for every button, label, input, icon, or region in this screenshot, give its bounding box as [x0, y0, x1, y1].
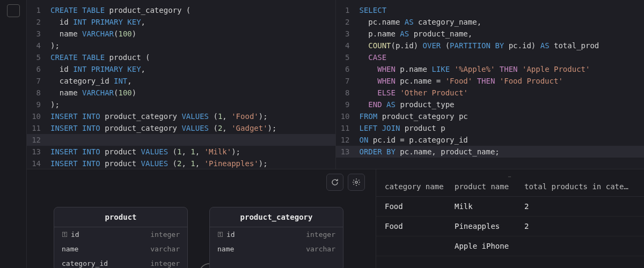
code-line[interactable]: 14INSERT INTO product VALUES (2, 1, 'Pin… — [27, 158, 335, 169]
code-content: id INT PRIMARY KEY, — [50, 16, 145, 28]
code-content: FROM product_category pc — [360, 110, 468, 122]
code-line[interactable]: 9 END AS product_type — [336, 99, 645, 110]
code-content: ORDER BY pc.name, product_name; — [360, 146, 500, 158]
column-name: category_id — [62, 259, 108, 267]
code-content: name VARCHAR(100) — [50, 87, 136, 99]
results-column-header[interactable]: product_name — [455, 182, 524, 191]
column-name: id — [226, 230, 235, 239]
line-number: 8 — [31, 87, 50, 99]
code-content: END AS product_type — [360, 99, 455, 110]
code-content: WHEN p.name LIKE '%Apple%' THEN 'Apple P… — [360, 63, 590, 75]
code-content: LEFT JOIN product p — [360, 122, 445, 134]
code-line[interactable]: 5CREATE TABLE product ( — [27, 51, 335, 63]
code-line[interactable]: 3 name VARCHAR(100) — [27, 28, 335, 40]
code-line[interactable]: 1SELECT — [336, 4, 645, 16]
schema-column[interactable]: namevarchar — [210, 242, 343, 256]
relation-connector — [191, 260, 209, 268]
line-number: 7 — [340, 75, 360, 87]
column-type: integer — [150, 230, 180, 239]
code-line[interactable]: 3 p.name AS product_name, — [336, 28, 645, 40]
settings-button[interactable] — [348, 174, 365, 191]
activity-bar — [0, 0, 27, 268]
line-number: 8 — [340, 87, 360, 99]
code-line[interactable]: 11INSERT INTO product_category VALUES (2… — [27, 122, 335, 134]
code-content: WHEN pc.name = 'Food' THEN 'Food Product… — [360, 75, 563, 87]
code-line[interactable]: 8 ELSE 'Other Product' — [336, 87, 645, 99]
results-cell — [385, 242, 455, 250]
activity-icon[interactable] — [7, 4, 20, 17]
schema-card-product-category[interactable]: product_category ⚿idintegernamevarchar — [209, 207, 343, 268]
code-line[interactable]: 6 WHEN p.name LIKE '%Apple%' THEN 'Apple… — [336, 63, 645, 75]
schema-column[interactable]: namevarchar — [54, 242, 187, 256]
line-number: 6 — [31, 63, 50, 75]
line-number: 9 — [340, 99, 360, 110]
results-cell: Pineapples — [455, 222, 524, 230]
code-line[interactable]: 5 CASE — [336, 51, 645, 63]
line-number: 5 — [31, 51, 50, 63]
results-cell: Apple iPhone — [455, 242, 524, 250]
code-line[interactable]: 6 id INT PRIMARY KEY, — [27, 63, 335, 75]
line-number: 2 — [31, 16, 50, 28]
code-content: id INT PRIMARY KEY, — [50, 63, 145, 75]
column-name: name — [217, 245, 234, 253]
refresh-button[interactable] — [326, 174, 343, 191]
column-type: varchar — [306, 245, 335, 253]
line-number: 5 — [340, 51, 360, 63]
code-line[interactable]: 13ORDER BY pc.name, product_name; — [336, 146, 645, 158]
code-content: ON pc.id = p.category_id — [360, 134, 468, 146]
code-line[interactable]: 9); — [27, 99, 335, 110]
schema-card-product[interactable]: product ⚿idintegernamevarcharcategory_id… — [54, 207, 188, 268]
schema-column[interactable]: category_idinteger — [54, 256, 187, 268]
column-name: name — [62, 245, 78, 253]
code-content: SELECT — [360, 4, 387, 16]
code-line[interactable]: 2 id INT PRIMARY KEY, — [27, 16, 335, 28]
bottom-panel: product ⚿idintegernamevarcharcategory_id… — [27, 169, 644, 268]
code-line[interactable]: 11LEFT JOIN product p — [336, 122, 645, 134]
main-area: 1CREATE TABLE product_category (2 id INT… — [27, 0, 644, 268]
code-line[interactable]: 2 pc.name AS category_name, — [336, 16, 645, 28]
results-cell: Food — [385, 222, 455, 230]
code-line[interactable]: 13INSERT INTO product VALUES (1, 1, 'Mil… — [27, 146, 335, 158]
code-content: name VARCHAR(100) — [50, 28, 136, 40]
results-column-header[interactable]: category_name — [385, 182, 455, 191]
line-number: 11 — [31, 122, 50, 134]
code-line[interactable]: 8 name VARCHAR(100) — [27, 87, 335, 99]
line-number: 13 — [340, 146, 360, 158]
editors-split: 1CREATE TABLE product_category (2 id INT… — [27, 0, 644, 169]
line-number: 1 — [340, 4, 360, 16]
code-line[interactable]: 10INSERT INTO product_category VALUES (1… — [27, 110, 335, 122]
results-panel: ⋯ category_nameproduct_nametotal_product… — [376, 169, 644, 268]
schema-column[interactable]: ⚿idinteger — [210, 227, 343, 242]
key-icon: ⚿ — [217, 231, 223, 238]
code-content: CASE — [360, 51, 387, 63]
results-header-row: category_nameproduct_nametotal_products_… — [376, 177, 644, 197]
schema-cards: product ⚿idintegernamevarcharcategory_id… — [32, 207, 370, 268]
code-line[interactable]: 7 WHEN pc.name = 'Food' THEN 'Food Produ… — [336, 75, 645, 87]
line-number: 11 — [340, 122, 360, 134]
code-line[interactable]: 10FROM product_category pc — [336, 110, 645, 122]
results-row[interactable]: FoodMilk2 — [376, 197, 644, 217]
line-number: 7 — [31, 75, 50, 87]
code-content: INSERT INTO product VALUES (1, 1, 'Milk'… — [50, 146, 240, 158]
results-row[interactable]: FoodPineapples2 — [376, 217, 644, 236]
editor-schema[interactable]: 1CREATE TABLE product_category (2 id INT… — [27, 0, 336, 169]
line-number: 13 — [31, 146, 50, 158]
results-column-header[interactable]: total_products_in_category — [524, 182, 635, 191]
code-line[interactable]: 7 category_id INT, — [27, 75, 335, 87]
code-line[interactable]: 1CREATE TABLE product_category ( — [27, 4, 335, 16]
column-type: integer — [150, 259, 180, 267]
results-cell: Food — [385, 202, 455, 211]
code-content: INSERT INTO product_category VALUES (2, … — [50, 122, 276, 134]
editor-query[interactable]: 1SELECT2 pc.name AS category_name,3 p.na… — [336, 0, 645, 169]
schema-column[interactable]: ⚿idinteger — [54, 227, 187, 242]
schema-card-title: product_category — [210, 207, 343, 227]
code-line[interactable]: 12ON pc.id = p.category_id — [336, 134, 645, 146]
code-content: ); — [50, 40, 60, 51]
code-content: CREATE TABLE product_category ( — [50, 4, 191, 16]
code-line[interactable]: 4 COUNT(p.id) OVER (PARTITION BY pc.id) … — [336, 40, 645, 51]
code-line[interactable]: 12 — [27, 134, 335, 146]
code-line[interactable]: 4); — [27, 40, 335, 51]
gear-icon — [352, 178, 361, 187]
code-content: pc.name AS category_name, — [360, 16, 482, 28]
results-row[interactable]: Apple iPhone — [376, 236, 644, 256]
